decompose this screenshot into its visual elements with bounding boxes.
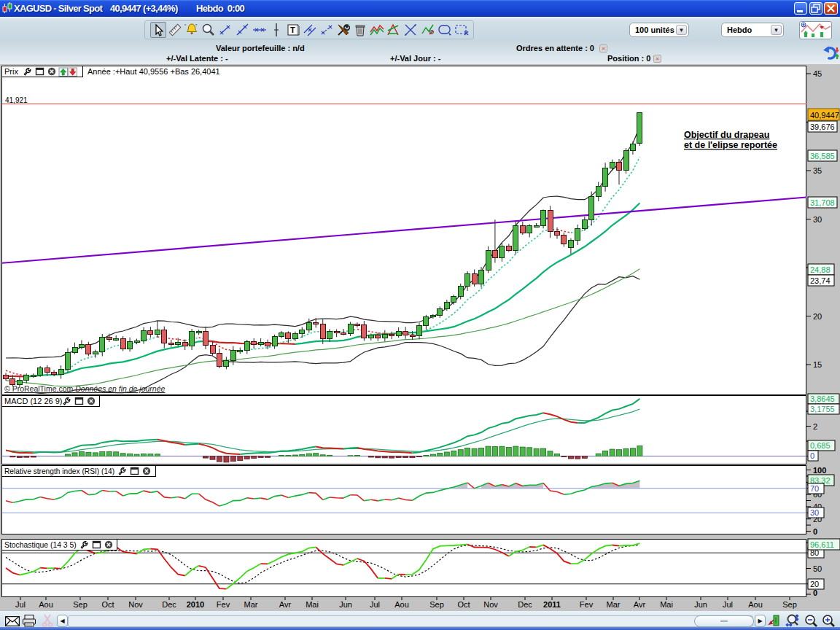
svg-text:Aou: Aou (39, 600, 53, 609)
svg-text:Jul: Jul (723, 600, 733, 609)
svg-text:et de l'elipse reportée: et de l'elipse reportée (684, 140, 777, 150)
svg-text:31,708: 31,708 (810, 198, 835, 207)
svg-text:Fev: Fev (217, 600, 230, 609)
svg-text:Sep: Sep (73, 600, 88, 609)
svg-text:Jul: Jul (370, 600, 380, 609)
svg-text:Nov: Nov (483, 600, 498, 609)
svg-text:0,685: 0,685 (810, 441, 831, 450)
svg-text:3,1755: 3,1755 (810, 405, 835, 413)
svg-text:20: 20 (810, 580, 819, 588)
svg-text:Aou: Aou (394, 600, 409, 609)
svg-text:Oct: Oct (457, 600, 470, 609)
svg-text:Jun: Jun (339, 600, 352, 609)
svg-text:Mai: Mai (660, 600, 673, 609)
svg-text:”: ” (195, 23, 198, 28)
svg-text:Oct: Oct (101, 600, 114, 609)
svg-text:70: 70 (810, 484, 819, 493)
svg-text:45: 45 (813, 69, 822, 78)
svg-text:30: 30 (813, 215, 822, 224)
svg-text:20: 20 (813, 312, 822, 321)
svg-text:41,921: 41,921 (5, 96, 28, 104)
svg-text:30: 30 (810, 508, 819, 517)
svg-text:Jul: Jul (15, 600, 26, 609)
svg-text:24,88: 24,88 (810, 265, 831, 274)
svg-text:Relative strength index (RSI): Relative strength index (RSI) (14) (4, 467, 114, 475)
svg-text:Sep: Sep (782, 600, 797, 609)
svg-text:35: 35 (813, 166, 822, 175)
svg-text:2011: 2011 (543, 600, 561, 609)
svg-text:“: “ (184, 23, 187, 28)
svg-text:50: 50 (813, 564, 822, 573)
svg-text:Aou: Aou (748, 600, 763, 609)
svg-text:Avr: Avr (279, 600, 292, 609)
svg-text:Dec: Dec (162, 600, 176, 609)
svg-text:96,611: 96,611 (810, 540, 834, 549)
svg-text:© ProRealTime.com Données en f: © ProRealTime.com Données en fin de jour… (4, 384, 166, 393)
svg-text:3,8645: 3,8645 (810, 394, 835, 403)
svg-text:2010: 2010 (187, 600, 204, 609)
svg-text:23,74: 23,74 (810, 276, 831, 285)
svg-text:Prix: Prix (4, 67, 18, 76)
svg-text:T: T (290, 26, 295, 34)
svg-text:39,676: 39,676 (810, 122, 835, 131)
svg-text:0: 0 (813, 527, 817, 536)
svg-text:15: 15 (813, 360, 822, 369)
svg-text:Objectif du drapeau: Objectif du drapeau (684, 130, 769, 140)
svg-text:36,585: 36,585 (810, 152, 835, 160)
svg-text:Mai: Mai (306, 600, 319, 609)
svg-text:0: 0 (810, 451, 814, 460)
svg-text:Mar: Mar (244, 600, 258, 609)
svg-text:Avr: Avr (634, 600, 646, 609)
svg-text:Fev: Fev (580, 600, 594, 609)
svg-text:Dec: Dec (518, 600, 532, 609)
svg-text:MACD (12 26 9): MACD (12 26 9) (4, 397, 62, 405)
svg-text:Sep: Sep (429, 600, 444, 609)
svg-text:0: 0 (813, 588, 817, 597)
svg-text:2: 2 (813, 422, 817, 431)
svg-text:Stochastique (14 3 5): Stochastique (14 3 5) (4, 541, 77, 549)
svg-text:Mar: Mar (607, 600, 621, 609)
svg-text:100: 100 (813, 466, 826, 475)
svg-text:40,9447: 40,9447 (810, 111, 839, 120)
svg-text:Jun: Jun (694, 600, 707, 609)
svg-text:Nov: Nov (128, 600, 143, 609)
svg-text:Année :+Haut 40,9556 +Bas 26,4: Année :+Haut 40,9556 +Bas 26,4041 (88, 67, 220, 76)
